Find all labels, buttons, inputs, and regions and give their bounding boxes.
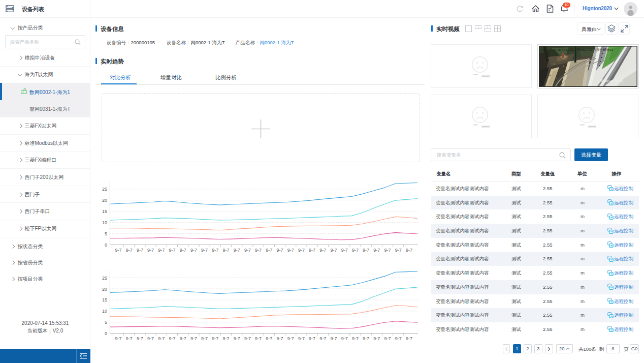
svg-text:9-7: 9-7: [244, 248, 251, 253]
svg-text:9-7: 9-7: [147, 248, 154, 253]
svg-text:9-7: 9-7: [330, 248, 337, 253]
svg-text:9-7: 9-7: [287, 336, 294, 341]
svg-text:9-7: 9-7: [115, 336, 121, 341]
svg-text:9-7: 9-7: [363, 248, 369, 253]
svg-text:9-7: 9-7: [330, 336, 337, 341]
svg-text:9-7: 9-7: [309, 248, 315, 253]
svg-text:9-7: 9-7: [352, 248, 359, 253]
svg-text:9-7: 9-7: [212, 336, 218, 341]
svg-text:9-7: 9-7: [180, 248, 186, 253]
svg-text:9-7: 9-7: [190, 248, 197, 253]
svg-text:网0007(1) 摄像头: 网0007(1) 摄像头: [600, 79, 623, 82]
svg-text:25: 25: [102, 276, 107, 281]
svg-text:9-7: 9-7: [373, 248, 380, 253]
svg-text:15: 15: [102, 209, 107, 214]
svg-text:9-7: 9-7: [395, 248, 402, 253]
svg-text:5: 5: [105, 320, 107, 325]
svg-text:9-7: 9-7: [255, 336, 262, 341]
svg-text:9-7: 9-7: [395, 336, 402, 341]
svg-text:9-7: 9-7: [201, 336, 208, 341]
svg-text:9-7: 9-7: [406, 248, 412, 253]
svg-text:9-7: 9-7: [234, 336, 240, 341]
svg-text:9-7: 9-7: [287, 248, 294, 253]
svg-text:25: 25: [102, 187, 107, 192]
svg-text:9-7: 9-7: [158, 336, 165, 341]
svg-text:9-7: 9-7: [115, 248, 121, 253]
svg-text:9-7: 9-7: [244, 336, 251, 341]
svg-text:9-7: 9-7: [158, 248, 165, 253]
svg-text:9-7: 9-7: [352, 336, 359, 341]
svg-text:9-7: 9-7: [266, 336, 272, 341]
svg-text:5: 5: [105, 231, 107, 236]
svg-text:9-7: 9-7: [234, 248, 240, 253]
svg-text:9-7: 9-7: [341, 248, 348, 253]
svg-text:9-7: 9-7: [190, 336, 197, 341]
svg-text:20: 20: [102, 287, 107, 292]
svg-text:9-7: 9-7: [169, 336, 175, 341]
svg-text:9-7: 9-7: [384, 248, 391, 253]
svg-text:9-7: 9-7: [266, 248, 272, 253]
svg-text:9-7: 9-7: [126, 248, 133, 253]
svg-text:9-7: 9-7: [298, 248, 305, 253]
svg-text:10: 10: [102, 220, 107, 225]
svg-text:9-7: 9-7: [276, 336, 283, 341]
svg-text:9-7: 9-7: [255, 248, 262, 253]
svg-text:9-7: 9-7: [126, 336, 133, 341]
svg-text:9-7: 9-7: [180, 336, 186, 341]
svg-text:9-7: 9-7: [319, 248, 326, 253]
svg-text:9-7: 9-7: [309, 336, 315, 341]
svg-text:9-7: 9-7: [319, 336, 326, 341]
svg-text:9-7: 9-7: [384, 336, 391, 341]
svg-text:9-7: 9-7: [406, 336, 412, 341]
svg-text:0: 0: [105, 331, 107, 336]
svg-text:9-7: 9-7: [276, 248, 283, 253]
svg-text:9-7: 9-7: [222, 336, 229, 341]
svg-text:9-7: 9-7: [147, 336, 154, 341]
svg-text:9-7: 9-7: [373, 336, 380, 341]
svg-text:10: 10: [102, 309, 107, 314]
svg-text:9-7: 9-7: [212, 248, 218, 253]
svg-text:9-7: 9-7: [298, 336, 305, 341]
svg-text:9-7: 9-7: [341, 336, 348, 341]
svg-text:9-7: 9-7: [137, 336, 143, 341]
svg-text:2020-07-14 15:47:33 周二 网0002: 2020-07-14 15:47:33 周二 网0002-1海为 安全 通道01: [541, 48, 613, 52]
svg-text:9-7: 9-7: [201, 248, 208, 253]
svg-text:0: 0: [105, 243, 107, 248]
svg-text:9-7: 9-7: [137, 248, 143, 253]
svg-text:9-7: 9-7: [222, 248, 229, 253]
svg-text:15: 15: [102, 297, 107, 302]
svg-text:9-7: 9-7: [363, 336, 369, 341]
svg-text:20: 20: [102, 198, 107, 203]
svg-text:9-7: 9-7: [169, 248, 175, 253]
